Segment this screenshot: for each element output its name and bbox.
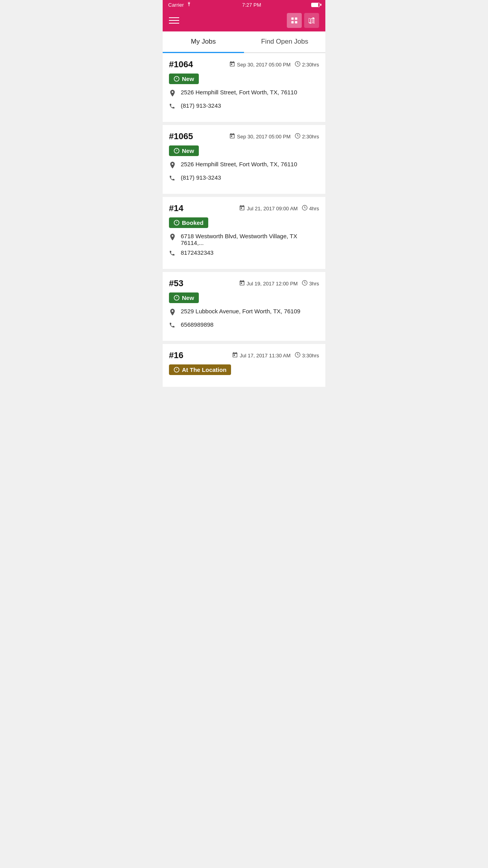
job-meta: Jul 17, 2017 11:30 AM 3:30hrs [232, 352, 319, 359]
location-icon [169, 308, 177, 318]
calendar-icon [239, 280, 245, 287]
tab-find-open-jobs[interactable]: Find Open Jobs [244, 31, 325, 53]
status-left: Carrier [168, 2, 192, 8]
app-header [163, 9, 325, 31]
status-time: 7:27 PM [242, 2, 261, 8]
job-number: #14 [169, 203, 183, 213]
duration-text: 2:30hrs [302, 62, 319, 68]
job-date: Sep 30, 2017 05:00 PM [229, 61, 291, 68]
job-phone: 6568989898 [169, 321, 319, 331]
job-header: #1064 Sep 30, 2017 05:00 PM [169, 59, 319, 70]
badge-label: New [169, 74, 199, 84]
date-text: Jul 19, 2017 12:00 PM [247, 281, 298, 287]
job-card[interactable]: #14 Jul 21, 2017 09:00 AM [163, 197, 325, 269]
svg-rect-3 [295, 21, 297, 24]
calendar-icon [239, 205, 245, 212]
job-meta: Sep 30, 2017 05:00 PM 2:30hrs [229, 133, 319, 140]
address-text: 6718 Westworth Blvd, Westworth Village, … [181, 233, 319, 246]
svg-rect-0 [292, 18, 294, 20]
phone-text: 8172432343 [181, 249, 213, 256]
status-badge: Booked [169, 217, 319, 233]
job-address: 6718 Westworth Blvd, Westworth Village, … [169, 233, 319, 246]
phone-icon [169, 322, 177, 331]
svg-rect-2 [292, 21, 294, 24]
job-number: #16 [169, 350, 183, 360]
job-address: 2526 Hemphill Street, Fort Worth, TX, 76… [169, 89, 319, 99]
location-icon [169, 233, 177, 243]
svg-rect-1 [295, 18, 297, 20]
duration-text: 3hrs [309, 281, 319, 287]
badge-label: New [169, 292, 199, 303]
job-header: #1065 Sep 30, 2017 05:00 PM [169, 131, 319, 142]
clock-icon [295, 352, 301, 359]
address-text: 2526 Hemphill Street, Fort Worth, TX, 76… [181, 89, 297, 96]
job-list: #1064 Sep 30, 2017 05:00 PM [163, 53, 325, 387]
phone-icon [169, 250, 177, 259]
duration-text: 3:30hrs [302, 353, 319, 359]
job-meta: Jul 19, 2017 12:00 PM 3hrs [239, 280, 319, 287]
menu-button[interactable] [169, 17, 179, 24]
job-duration: 4hrs [302, 205, 319, 212]
phone-text: (817) 913-3243 [181, 174, 221, 181]
job-address: 2526 Hemphill Street, Fort Worth, TX, 76… [169, 161, 319, 171]
status-badge: New [169, 145, 319, 161]
badge-label: Booked [169, 217, 208, 228]
job-date: Jul 21, 2017 09:00 AM [239, 205, 297, 212]
location-icon [169, 161, 177, 171]
job-number: #1065 [169, 131, 193, 142]
status-badge: New [169, 74, 319, 89]
job-phone: (817) 913-3243 [169, 102, 319, 112]
calendar-icon [229, 61, 235, 68]
job-header: #53 Jul 19, 2017 12:00 PM [169, 278, 319, 289]
duration-text: 2:30hrs [302, 134, 319, 140]
job-card[interactable]: #16 Jul 17, 2017 11:30 AM [163, 344, 325, 387]
job-duration: 3hrs [302, 280, 319, 287]
map-view-button[interactable] [304, 13, 319, 28]
phone-icon [169, 103, 177, 112]
date-text: Sep 30, 2017 05:00 PM [237, 62, 291, 68]
calendar-icon [232, 352, 238, 359]
date-text: Sep 30, 2017 05:00 PM [237, 134, 291, 140]
job-date: Jul 19, 2017 12:00 PM [239, 280, 298, 287]
wifi-icon [186, 2, 192, 8]
badge-label: New [169, 145, 199, 156]
date-text: Jul 21, 2017 09:00 AM [247, 206, 297, 211]
job-duration: 3:30hrs [295, 352, 319, 359]
job-date: Jul 17, 2017 11:30 AM [232, 352, 290, 359]
clock-icon [302, 280, 308, 287]
date-text: Jul 17, 2017 11:30 AM [240, 353, 290, 359]
job-card[interactable]: #1064 Sep 30, 2017 05:00 PM [163, 53, 325, 122]
job-number: #1064 [169, 59, 193, 70]
location-icon [169, 89, 177, 99]
badge-label: At The Location [169, 364, 231, 375]
job-address: 2529 Lubbock Avenue, Fort Worth, TX, 761… [169, 308, 319, 318]
grid-view-button[interactable] [287, 13, 302, 28]
clock-icon [295, 61, 301, 68]
job-duration: 2:30hrs [295, 61, 319, 68]
clock-icon [295, 133, 301, 140]
job-meta: Jul 21, 2017 09:00 AM 4hrs [239, 205, 319, 212]
carrier-label: Carrier [168, 2, 184, 8]
phone-text: 6568989898 [181, 321, 213, 328]
job-header: #16 Jul 17, 2017 11:30 AM [169, 350, 319, 360]
status-bar: Carrier 7:27 PM [163, 0, 325, 9]
job-phone: (817) 913-3243 [169, 174, 319, 184]
job-phone: 8172432343 [169, 249, 319, 259]
job-duration: 2:30hrs [295, 133, 319, 140]
phone-icon [169, 175, 177, 184]
calendar-icon [229, 133, 235, 140]
job-card[interactable]: #53 Jul 19, 2017 12:00 PM [163, 272, 325, 341]
address-text: 2526 Hemphill Street, Fort Worth, TX, 76… [181, 161, 297, 167]
tab-my-jobs[interactable]: My Jobs [163, 31, 244, 53]
battery-icon [311, 3, 320, 7]
job-number: #53 [169, 278, 183, 289]
tab-bar: My Jobs Find Open Jobs [163, 31, 325, 53]
duration-text: 4hrs [309, 206, 319, 211]
status-badge: New [169, 292, 319, 308]
header-icons [287, 13, 319, 28]
phone-text: (817) 913-3243 [181, 102, 221, 109]
job-date: Sep 30, 2017 05:00 PM [229, 133, 291, 140]
job-card[interactable]: #1065 Sep 30, 2017 05:00 PM [163, 125, 325, 194]
address-text: 2529 Lubbock Avenue, Fort Worth, TX, 761… [181, 308, 300, 314]
clock-icon [302, 205, 308, 212]
